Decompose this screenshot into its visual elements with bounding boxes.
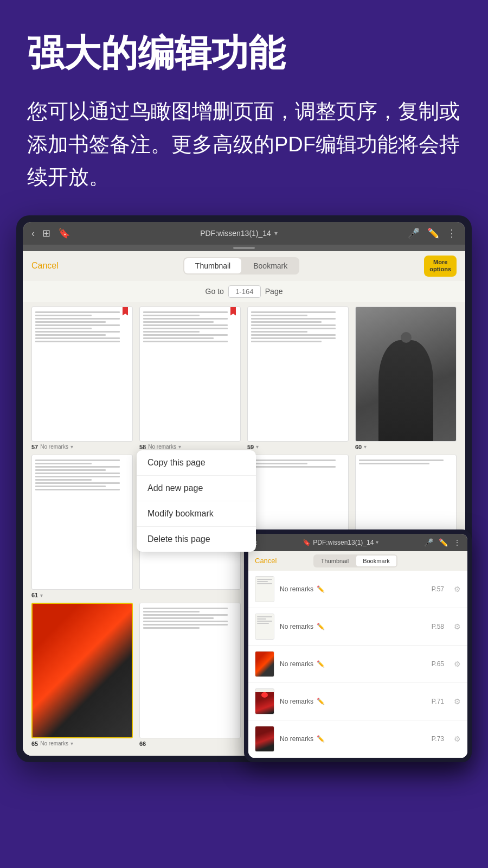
bm-page-73: P.73 [432,735,444,743]
more-options-button[interactable]: Moreoptions [424,256,457,276]
bm-thumb-65 [255,651,274,677]
bm-info-65: No remarks ✏️ [280,660,426,668]
thumb-image-57 [31,307,133,442]
st-mic-icon[interactable]: 🎤 [424,538,433,547]
cancel-button[interactable]: Cancel [31,261,59,271]
bm-settings-65[interactable]: ⚙ [454,660,461,668]
st-icons: 🎤 ✏️ ⋮ [424,538,461,547]
tab-group: Thumbnail Bookmark [183,257,299,275]
bm-page-58: P.58 [432,623,444,630]
bm-thumb-57 [255,576,274,602]
second-tablet-topbar: ‹ 🔖 PDF:wissen13(1)_14 ▾ 🎤 ✏️ ⋮ [248,534,467,551]
thumb-label-59: 59 ▾ [247,444,349,450]
st-tab-bookmark[interactable]: Bookmark [356,556,396,566]
bm-info-57: No remarks ✏️ [280,585,426,593]
thumb-cell-66[interactable]: 66 [139,603,241,746]
bm-info-71: No remarks ✏️ [280,698,426,705]
bm-page-65: P.65 [432,660,444,668]
bm-settings-58[interactable]: ⚙ [454,622,461,631]
bm-settings-71[interactable]: ⚙ [454,697,461,706]
page-label: Page [265,287,283,296]
st-cancel-button[interactable]: Cancel [255,557,277,565]
bm-info-73: No remarks ✏️ [280,735,426,743]
bm-settings-73[interactable]: ⚙ [454,735,461,743]
topbar-left: ‹ ⊞ 🔖 [31,227,70,239]
bm-edit-icon-57[interactable]: ✏️ [317,585,325,593]
menu-add-page[interactable]: Add new page [137,476,256,501]
st-bookmark-icon: 🔖 [303,539,311,546]
bm-settings-57[interactable]: ⚙ [454,585,461,593]
st-pen-icon[interactable]: ✏️ [439,538,448,547]
bm-text-71: No remarks [280,698,313,705]
thumb-image-66 [139,603,241,738]
menu-modify-bookmark[interactable]: Modify bookmark [137,501,256,527]
hero-section: 强大的编辑功能 您可以通过鸟瞰图增删页面，调整页序，复制或添加书签备注。更多高级… [0,0,488,215]
tablet-topbar: ‹ ⊞ 🔖 PDF:wissen13(1)_14 ▾ 🎤 ✏️ ⋮ [23,222,465,245]
goto-label: Go to [206,287,224,296]
toolbar-drag-area [23,245,465,251]
grid-icon[interactable]: ⊞ [42,227,50,239]
mic-icon[interactable]: 🎤 [408,227,420,239]
bookmark-item-58[interactable]: No remarks ✏️ P.58 ⚙ [248,608,467,646]
hero-description: 您可以通过鸟瞰图增删页面，调整页序，复制或添加书签备注。更多高级的PDF编辑功能… [27,95,461,194]
thumb-cell-61[interactable]: 61 ▾ [31,455,133,598]
second-tablet-screen: ‹ 🔖 PDF:wissen13(1)_14 ▾ 🎤 ✏️ ⋮ Cancel T… [248,534,467,758]
st-title-area: 🔖 PDF:wissen13(1)_14 ▾ [303,539,378,546]
thumb-cell-60[interactable]: 60 ▾ [355,307,457,450]
st-tab-thumbnail[interactable]: Thumbnail [314,556,355,566]
bm-thumb-71 [255,688,274,714]
bm-edit-icon-71[interactable]: ✏️ [317,698,325,705]
thumb-cell-57[interactable]: 57 No remarks ▾ [31,307,133,450]
bookmark-item-71[interactable]: No remarks ✏️ P.71 ⚙ [248,683,467,720]
bm-text-57: No remarks [280,585,313,593]
thumb-label-66: 66 [139,741,241,747]
bookmark-item-73[interactable]: No remarks ✏️ P.73 ⚙ [248,720,467,758]
thumb-image-59 [247,307,349,442]
bm-page-71: P.71 [432,698,444,705]
bookmark-item-65[interactable]: No remarks ✏️ P.65 ⚙ [248,646,467,683]
thumb-image-60 [355,307,457,442]
bm-page-57: P.57 [432,585,444,593]
bm-edit-icon-73[interactable]: ✏️ [317,735,325,743]
thumb-image-58 [139,307,241,442]
topbar-right: 🎤 ✏️ ⋮ [408,227,457,239]
st-tab-group: Thumbnail Bookmark [313,554,397,567]
thumb-label-61: 61 ▾ [31,592,133,598]
title-chevron[interactable]: ▾ [274,229,278,237]
menu-copy-page[interactable]: Copy this page [137,450,256,476]
bookmark-list: No remarks ✏️ P.57 ⚙ [248,571,467,758]
thumb-lines-57 [32,307,132,347]
thumb-image-61 [31,455,133,590]
menu-delete-page[interactable]: Delete this page [137,527,256,552]
bm-text-58: No remarks [280,623,313,630]
bm-edit-icon-58[interactable]: ✏️ [317,623,325,630]
thumb-label-60: 60 ▾ [355,444,457,450]
topbar-center: PDF:wissen13(1)_14 ▾ [200,229,278,238]
more-icon[interactable]: ⋮ [447,227,457,239]
thumb-cell-59[interactable]: 59 ▾ [247,307,349,450]
device-area: ‹ ⊞ 🔖 PDF:wissen13(1)_14 ▾ 🎤 ✏️ ⋮ [0,215,488,783]
second-tablet-action-bar: Cancel Thumbnail Bookmark [248,551,467,571]
st-more-icon[interactable]: ⋮ [453,538,461,547]
bookmark-icon-top[interactable]: 🔖 [58,227,70,239]
thumb-cell-58[interactable]: 58 No remarks ▾ [139,307,241,450]
st-pdf-title: PDF:wissen13(1)_14 [313,539,374,546]
back-icon[interactable]: ‹ [31,228,35,239]
thumb-cell-65[interactable]: 65 No remarks ▾ [31,603,133,746]
thumb-row-1: 57 No remarks ▾ [23,302,465,450]
bookmark-item-57[interactable]: No remarks ✏️ P.57 ⚙ [248,571,467,608]
action-bar: Cancel Thumbnail Bookmark Moreoptions [23,251,465,280]
hero-title: 强大的编辑功能 [27,33,461,73]
bm-thumb-58 [255,614,274,640]
bm-text-65: No remarks [280,660,313,668]
st-chevron[interactable]: ▾ [376,539,378,545]
tab-thumbnail[interactable]: Thumbnail [184,258,241,273]
pen-icon[interactable]: ✏️ [427,227,439,239]
tab-bookmark[interactable]: Bookmark [242,258,298,273]
bm-thumb-73 [255,726,274,752]
bm-edit-icon-65[interactable]: ✏️ [317,660,325,668]
thumb-image-65 [31,603,133,738]
pdf-title: PDF:wissen13(1)_14 [200,229,271,238]
page-input[interactable] [228,285,261,298]
goto-row: Go to Page [23,281,465,302]
